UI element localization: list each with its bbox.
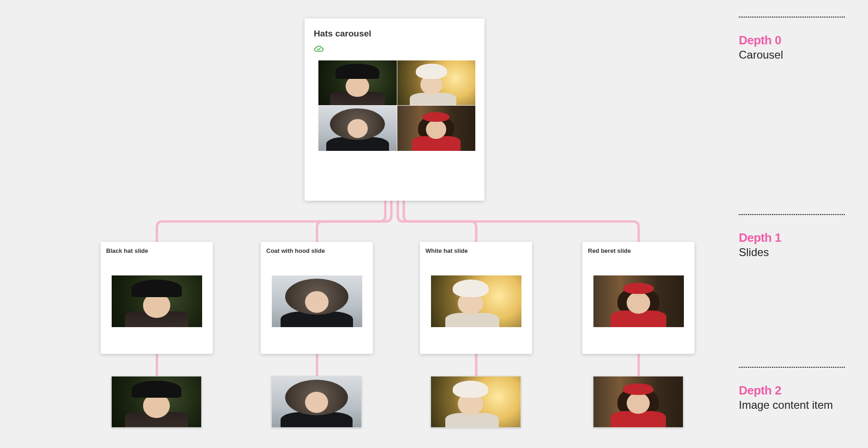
slide-title: White hat slide <box>425 247 527 254</box>
photo-thumb-slide-0 <box>112 275 202 327</box>
photo-thumb-leaf-1 <box>272 376 361 427</box>
legend-divider <box>739 17 845 18</box>
photo-thumb-leaf-3 <box>593 376 683 427</box>
leaf-image-0 <box>111 376 202 428</box>
photo-thumb-root-0 <box>318 60 397 106</box>
legend-block-1: Depth 1Slides <box>739 214 845 259</box>
slide-title: Black hat slide <box>106 247 207 254</box>
carousel-root-card: Hats carousel <box>305 18 485 201</box>
legend-divider <box>739 214 845 215</box>
slide-card-3: Red beret slide <box>582 242 694 354</box>
carousel-title: Hats carousel <box>314 29 475 39</box>
photo-thumb-slide-1 <box>272 275 362 327</box>
slide-card-2: White hat slide <box>420 242 532 354</box>
legend-block-0: Depth 0Carousel <box>739 17 845 61</box>
legend-depth-subtitle: Slides <box>739 246 845 259</box>
leaf-image-3 <box>593 376 683 428</box>
legend-depth-title: Depth 1 <box>739 231 845 245</box>
carousel-thumbnail-grid <box>318 60 475 151</box>
legend-depth-title: Depth 2 <box>739 383 845 398</box>
legend-block-2: Depth 2Image content item <box>739 367 845 412</box>
photo-thumb-slide-3 <box>593 275 684 327</box>
photo-thumb-root-1 <box>397 60 476 106</box>
photo-thumb-slide-2 <box>431 275 521 327</box>
legend-depth-title: Depth 0 <box>739 33 845 48</box>
slide-card-1: Coat with hood slide <box>261 242 373 354</box>
photo-thumb-leaf-0 <box>112 376 201 427</box>
slide-card-0: Black hat slide <box>101 242 213 354</box>
legend-divider <box>739 367 845 368</box>
photo-thumb-leaf-2 <box>431 376 521 427</box>
photo-thumb-root-2 <box>318 106 397 151</box>
slide-title: Red beret slide <box>588 247 689 254</box>
cloud-check-icon <box>314 45 324 53</box>
legend-depth-subtitle: Image content item <box>739 399 845 412</box>
diagram-stage: Hats carousel Black hat slideCoat with h… <box>0 0 868 448</box>
photo-thumb-root-3 <box>397 106 476 151</box>
slide-title: Coat with hood slide <box>266 247 367 254</box>
leaf-image-1 <box>271 376 362 428</box>
leaf-image-2 <box>431 376 521 428</box>
legend-depth-subtitle: Carousel <box>739 48 845 61</box>
